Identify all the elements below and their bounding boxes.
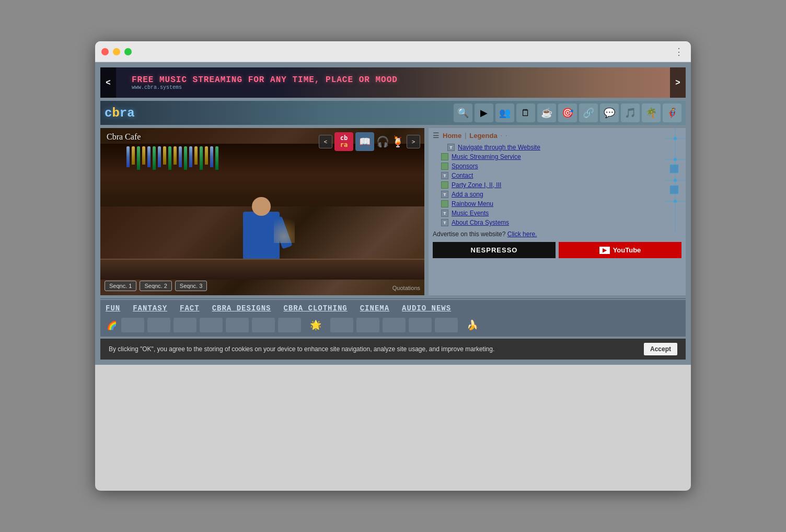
sidebar-navigate-link[interactable]: Navigate through the Website	[458, 144, 540, 151]
palm-icon[interactable]: 🌴	[642, 103, 661, 122]
banner-main-text: FREE MUSIC STREAMING FOR ANY TIME, PLACE…	[132, 75, 398, 85]
video-area: Cbra Cafe < cbra 📖 🎧 🍹 > Seq	[100, 128, 424, 295]
sidebar-link-add-song[interactable]: Add a song	[452, 191, 483, 198]
sidebar-ads: NESPRESSO ▶ YouTube	[433, 242, 681, 258]
sidebar-link-contact[interactable]: Contact	[452, 172, 473, 179]
bottom-icon-5[interactable]	[226, 318, 249, 332]
search-icon[interactable]: 🔍	[454, 103, 472, 122]
sidebar-menu-icon[interactable]: ☰	[433, 131, 440, 140]
video-next-button[interactable]: >	[407, 135, 420, 148]
bottom-nav: FUN FANTASY FACT CBRA DESIGNS CBRA CLOTH…	[100, 300, 686, 337]
nav-link-fun[interactable]: FUN	[106, 304, 120, 313]
video-seq-buttons: Seqnc. 1 Seqnc. 2 Seqnc. 3	[105, 281, 207, 291]
seq2-button[interactable]: Seqnc. 2	[140, 281, 171, 291]
lamp-glow	[274, 212, 295, 243]
rainbow-icon[interactable]: 🌈	[106, 318, 118, 332]
music-icon[interactable]: 🎵	[621, 103, 640, 122]
seq1-button[interactable]: Seqnc. 1	[105, 281, 136, 291]
bottom-icon-10[interactable]	[383, 318, 406, 332]
video-book-icon[interactable]: 📖	[355, 132, 374, 151]
bottom-icon-2[interactable]	[147, 318, 170, 332]
bottom-icon-1[interactable]	[121, 318, 144, 332]
main-content: Cbra Cafe < cbra 📖 🎧 🍹 > Seq	[100, 128, 686, 295]
link-icon[interactable]: 🔗	[579, 103, 598, 122]
nav-link-cinema[interactable]: CINEMA	[360, 304, 389, 313]
coffee-icon[interactable]: ☕	[537, 103, 556, 122]
video-controls: < cbra 📖 🎧 🍹 >	[319, 132, 420, 151]
sidebar-icon-add-song: T	[441, 191, 448, 198]
bar-counter	[100, 259, 424, 280]
chat-icon[interactable]: 💬	[600, 103, 619, 122]
nav-link-audio-news[interactable]: AUDIO NEWS	[402, 304, 451, 313]
cookie-bar: By clicking "OK", you agree to the stori…	[100, 339, 686, 360]
notes-icon[interactable]: 🗒	[516, 103, 535, 122]
cookie-text: By clicking "OK", you agree to the stori…	[109, 345, 494, 353]
bottom-icon-4[interactable]	[200, 318, 223, 332]
banner-text-area: FREE MUSIC STREAMING FOR ANY TIME, PLACE…	[132, 75, 398, 90]
maximize-button[interactable]	[124, 48, 132, 55]
site-logo[interactable]: cbra	[105, 106, 135, 120]
sidebar-link-music-streaming[interactable]: Music Streaming Service	[452, 153, 521, 160]
sidebar-item-navigate: T Navigate through the Website	[447, 144, 681, 151]
nav-link-cbra-clothing[interactable]: CBRA CLOTHING	[283, 304, 347, 313]
sidebar-advertise: Advertise on this website? Click here.	[433, 230, 681, 238]
traffic-lights	[101, 48, 132, 55]
sidebar-link-music-events[interactable]: Music Events	[452, 210, 489, 217]
bottom-icon-3[interactable]	[174, 318, 196, 332]
youtube-ad[interactable]: ▶ YouTube	[559, 242, 681, 258]
nespresso-ad[interactable]: NESPRESSO	[433, 242, 556, 258]
bottom-icon-9[interactable]	[356, 318, 379, 332]
sidebar-navigate-item: T Navigate through the Website	[447, 144, 681, 151]
bottom-icons-row: 🌈 🌟 🍌	[106, 318, 680, 332]
close-button[interactable]	[101, 48, 109, 55]
minimize-button[interactable]	[113, 48, 120, 55]
sidebar-icon-sponsors	[441, 163, 448, 170]
nav-link-cbra-designs[interactable]: CBRA DESIGNS	[212, 304, 271, 313]
bottom-icon-6[interactable]	[252, 318, 275, 332]
bottom-icon-7[interactable]	[278, 318, 301, 332]
banner-prev-button[interactable]: <	[100, 67, 116, 98]
browser-menu-icon[interactable]: ⋮	[674, 46, 685, 57]
sun-icon[interactable]: 🌟	[304, 318, 327, 332]
video-cocktail-icon[interactable]: 🍹	[391, 135, 404, 148]
video-prev-button[interactable]: <	[319, 135, 332, 148]
sidebar-item-sponsors: Sponsors	[441, 163, 681, 170]
nav-icons: 🔍 ▶ 👥 🗒 ☕ 🎯 🔗 💬 🎵 🌴 🦸	[454, 103, 681, 122]
play-icon[interactable]: ▶	[475, 103, 493, 122]
bottom-nav-links: FUN FANTASY FACT CBRA DESIGNS CBRA CLOTH…	[106, 304, 680, 313]
sidebar-link-about-cbra[interactable]: About Cbra Systems	[452, 219, 509, 226]
video-player: Cbra Cafe < cbra 📖 🎧 🍹 > Seq	[100, 128, 424, 295]
bar-person-head	[252, 197, 271, 216]
sidebar-click-here-link[interactable]: Click here.	[507, 230, 537, 238]
users-icon[interactable]: 👥	[495, 103, 514, 122]
bottom-icon-12[interactable]	[435, 318, 458, 332]
nav-link-fact[interactable]: FACT	[180, 304, 200, 313]
hero-icon[interactable]: 🦸	[663, 103, 681, 122]
browser-titlebar: ⋮	[95, 41, 691, 62]
video-headphones-icon[interactable]: 🎧	[376, 135, 389, 148]
sidebar-icon-music-streaming	[441, 153, 448, 160]
sidebar-home-link[interactable]: Home	[443, 132, 461, 140]
sidebar-link-rainbow-menu[interactable]: Rainbow Menu	[452, 200, 493, 207]
banner-next-button[interactable]: >	[670, 67, 686, 98]
sidebar-item-contact: T Contact	[441, 172, 681, 179]
cookie-accept-button[interactable]: Accept	[644, 343, 677, 355]
bottom-icon-11[interactable]	[409, 318, 432, 332]
sidebar-link-party-zone[interactable]: Party Zone I, II, III	[452, 181, 501, 189]
sidebar-icon-rainbow-menu	[441, 200, 448, 207]
sidebar-item-party-zone: Party Zone I, II, III	[441, 181, 681, 189]
bottom-icon-8[interactable]	[330, 318, 353, 332]
youtube-play-icon: ▶	[599, 247, 610, 254]
sidebar-header: ☰ Home | Legenda · ·	[433, 131, 681, 140]
banana-icon[interactable]: 🍌	[461, 318, 484, 332]
seq3-button[interactable]: Seqnc. 3	[175, 281, 207, 291]
sidebar-items: Music Streaming Service Sponsors T Conta…	[441, 153, 681, 226]
target-icon[interactable]: 🎯	[558, 103, 577, 122]
nav-link-fantasy[interactable]: FANTASY	[133, 304, 167, 313]
sidebar-legenda-link[interactable]: Legenda	[469, 132, 497, 140]
video-title: Cbra Cafe	[107, 132, 141, 142]
sidebar-icon-contact: T	[441, 172, 448, 179]
video-quotations: Quotations	[392, 285, 420, 291]
video-logo-icon[interactable]: cbra	[334, 132, 353, 151]
sidebar-link-sponsors[interactable]: Sponsors	[452, 163, 478, 170]
